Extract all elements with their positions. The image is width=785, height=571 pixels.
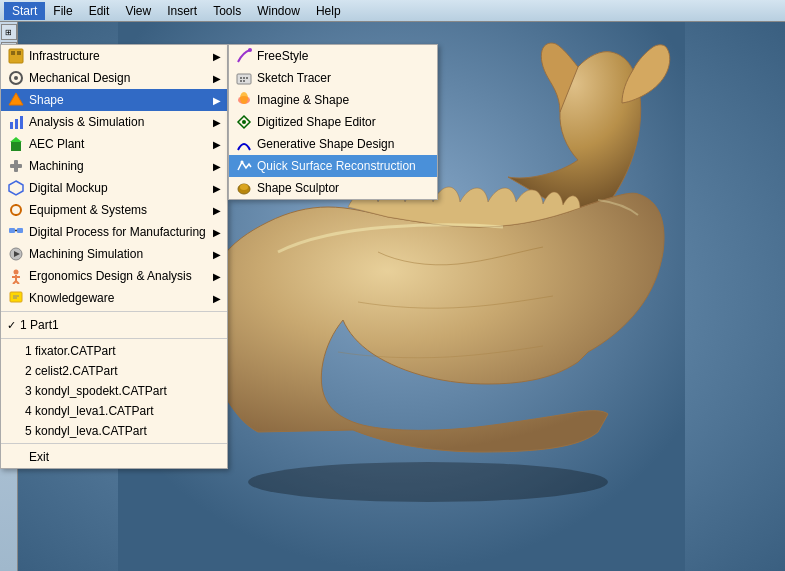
arrow-icon: ▶ [213,139,221,150]
generative-shape-icon [235,136,253,152]
main-area: ⊞ ▷ ◈ ⊡ ⊕ [0,22,785,571]
menu-view[interactable]: View [117,2,159,20]
svg-point-6 [14,76,18,80]
digital-mockup-icon [7,180,25,196]
menubar: Start File Edit View Insert Tools Window… [0,0,785,22]
shape-icon [7,92,25,108]
menu-window[interactable]: Window [249,2,308,20]
svg-rect-11 [11,142,21,151]
aec-plant-icon [7,136,25,152]
svg-marker-12 [10,137,22,142]
mechanical-design-icon [7,70,25,86]
recent-doc-1[interactable]: 1 fixator.CATPart [1,341,227,361]
arrow-icon: ▶ [213,183,221,194]
recent-doc-5[interactable]: 5 kondyl_leva.CATPart [1,421,227,441]
sketch-tracer-icon [235,70,253,86]
submenu-generative-shape[interactable]: Generative Shape Design [229,133,437,155]
submenu-imagine-shape[interactable]: Imagine & Shape [229,89,437,111]
svg-rect-29 [10,292,22,302]
machining-sim-icon [7,246,25,262]
menu-start[interactable]: Start [4,2,45,20]
menu-divider-1 [1,311,227,312]
svg-point-1 [248,462,608,502]
arrow-icon: ▶ [213,227,221,238]
machining-icon [7,158,25,174]
svg-point-42 [240,184,248,190]
menu-file[interactable]: File [45,2,80,20]
svg-rect-3 [11,51,15,55]
imagine-shape-icon [235,92,253,108]
equipment-icon [7,202,25,218]
arrow-icon: ▶ [213,161,221,172]
submenu-quick-surface[interactable]: Quick Surface Reconstruction [229,155,437,177]
submenu-digitized-shape[interactable]: Digitized Shape Editor [229,111,437,133]
menu-tools[interactable]: Tools [205,2,249,20]
arrow-icon: ▶ [213,205,221,216]
arrow-icon: ▶ [213,293,221,304]
svg-rect-9 [15,119,18,129]
ergonomics-icon [7,268,25,284]
svg-rect-4 [17,51,21,55]
svg-rect-19 [9,228,15,233]
svg-line-28 [16,281,19,284]
arrow-icon: ▶ [213,249,221,260]
checkmark-icon: ✓ [7,319,16,332]
shape-sculptor-icon [235,180,253,196]
quick-surface-icon [235,158,253,174]
recent-doc-2[interactable]: 2 celist2.CATPart [1,361,227,381]
menu-shape[interactable]: Shape ▶ [1,89,227,111]
svg-marker-15 [9,181,23,195]
svg-rect-8 [10,122,13,129]
recent-doc-4[interactable]: 4 kondyl_leva1.CATPart [1,401,227,421]
menu-knowledgeware[interactable]: Knowledgeware ▶ [1,287,227,309]
submenu-freestyle[interactable]: FreeStyle [229,45,437,67]
menu-exit[interactable]: Exit [1,446,227,468]
svg-rect-33 [237,74,251,84]
shape-submenu: FreeStyle Sketch Tracer Imagine [228,44,438,200]
arrow-icon: ▶ [213,271,221,282]
submenu-sketch-tracer[interactable]: Sketch Tracer [229,67,437,89]
infrastructure-icon [7,48,25,64]
menu-infrastructure[interactable]: Infrastructure ▶ [1,45,227,67]
menu-mechanical-design[interactable]: Mechanical Design ▶ [1,67,227,89]
knowledgeware-icon [7,290,25,306]
menu-machining[interactable]: Machining ▶ [1,155,227,177]
svg-point-16 [11,205,21,215]
svg-rect-10 [20,116,23,129]
svg-point-24 [14,270,19,275]
svg-point-39 [242,120,246,124]
svg-point-37 [240,92,248,104]
svg-point-32 [248,48,252,52]
freestyle-icon [235,48,253,64]
submenu-shape-sculptor[interactable]: Shape Sculptor [229,177,437,199]
arrow-icon: ▶ [213,73,221,84]
menu-current-part[interactable]: ✓ 1 Part1 [1,314,227,336]
menu-equipment[interactable]: Equipment & Systems ▶ [1,199,227,221]
menu-edit[interactable]: Edit [81,2,118,20]
digitized-shape-icon [235,114,253,130]
menu-insert[interactable]: Insert [159,2,205,20]
svg-rect-20 [17,228,23,233]
menu-aec-plant[interactable]: AEC Plant ▶ [1,133,227,155]
start-menu: Infrastructure ▶ Mechanical Design ▶ [0,44,228,469]
arrow-icon: ▶ [213,95,221,106]
menu-ergonomics[interactable]: Ergonomics Design & Analysis ▶ [1,265,227,287]
menu-divider-3 [1,443,227,444]
menu-digital-process[interactable]: Digital Process for Manufacturing ▶ [1,221,227,243]
analysis-icon [7,114,25,130]
menu-machining-sim[interactable]: Machining Simulation ▶ [1,243,227,265]
menu-digital-mockup[interactable]: Digital Mockup ▶ [1,177,227,199]
svg-rect-14 [10,164,22,168]
svg-point-40 [241,161,244,164]
menu-analysis[interactable]: Analysis & Simulation ▶ [1,111,227,133]
exit-icon [7,449,25,465]
recent-doc-3[interactable]: 3 kondyl_spodekt.CATPart [1,381,227,401]
arrow-icon: ▶ [213,117,221,128]
toolbar-icon-1[interactable]: ⊞ [1,24,17,40]
arrow-icon: ▶ [213,51,221,62]
menu-help[interactable]: Help [308,2,349,20]
menu-divider-2 [1,338,227,339]
digital-process-icon [7,224,25,240]
svg-marker-7 [9,93,23,105]
